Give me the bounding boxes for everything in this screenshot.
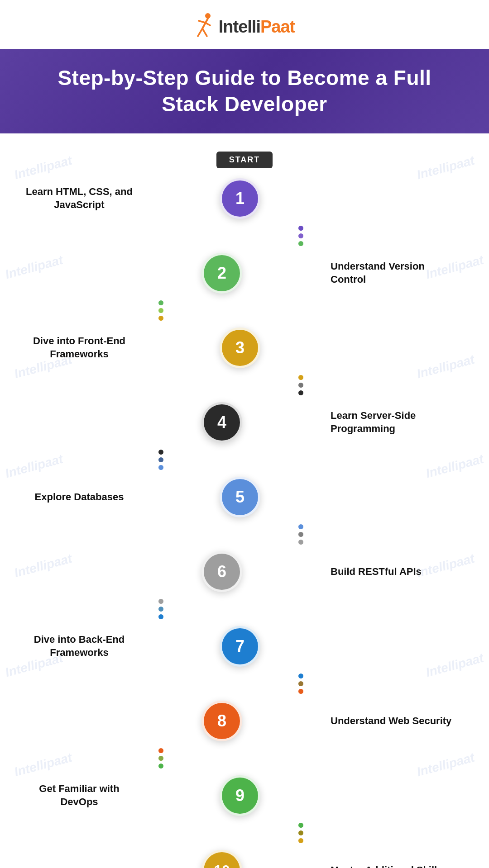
dot bbox=[158, 764, 163, 768]
step-5-circle-area: 5 bbox=[140, 477, 321, 517]
step-row-8: 8 Understand Web Security bbox=[18, 696, 471, 746]
connector-dots-5-6 bbox=[140, 522, 321, 547]
connector-4-5 bbox=[18, 447, 471, 472]
step-5-label-area: Explore Databases bbox=[18, 491, 140, 504]
step-row-7: Dive into Back-End Frameworks 7 bbox=[18, 621, 471, 671]
connector-dots-7-8 bbox=[140, 671, 321, 696]
step-9-label-area: Get Familiar with DevOps bbox=[18, 783, 140, 808]
dot bbox=[298, 681, 303, 686]
dot bbox=[158, 748, 163, 753]
dot bbox=[158, 465, 163, 470]
connector-2-3 bbox=[18, 298, 471, 323]
step-7-label-area: Dive into Back-End Frameworks bbox=[18, 633, 140, 659]
dot bbox=[158, 599, 163, 604]
dot bbox=[158, 450, 163, 455]
connector-6-7 bbox=[18, 597, 471, 621]
step-4-label: Learn Server-Side Programming bbox=[331, 410, 416, 434]
step-6-label: Build RESTful APIs bbox=[331, 566, 422, 577]
step-1-label-area: Learn HTML, CSS, and JavaScript bbox=[18, 185, 140, 211]
step-10-circle-area: 10 bbox=[140, 850, 321, 868]
connector-8-9 bbox=[18, 746, 471, 771]
step-4-circle-area: 4 bbox=[140, 402, 321, 443]
step-1-circle-area: 1 bbox=[140, 178, 321, 219]
dot bbox=[298, 823, 303, 828]
connector-dots-3-4 bbox=[140, 373, 321, 398]
step-2-label-area: Understand Version Control bbox=[321, 260, 471, 286]
logo-figure-icon bbox=[194, 13, 216, 41]
dot bbox=[158, 316, 163, 321]
dot bbox=[298, 241, 303, 246]
step-row-9: Get Familiar with DevOps 9 bbox=[18, 771, 471, 821]
step-3-circle: 3 bbox=[220, 327, 260, 368]
step-4-label-area: Learn Server-Side Programming bbox=[321, 409, 471, 435]
connector-dots-4-5 bbox=[140, 447, 321, 472]
dot bbox=[298, 233, 303, 238]
connector-3-4 bbox=[18, 373, 471, 398]
svg-line-4 bbox=[198, 28, 202, 36]
step-row-3: Dive into Front-End Frameworks 3 bbox=[18, 323, 471, 373]
logo-paat: Paat bbox=[260, 17, 295, 36]
dot bbox=[158, 308, 163, 313]
step-6-circle-area: 6 bbox=[140, 551, 321, 592]
step-9-circle-area: 9 bbox=[140, 775, 321, 816]
step-3-circle-area: 3 bbox=[140, 327, 321, 368]
connector-7-8 bbox=[18, 671, 471, 696]
step-9-label: Get Familiar with DevOps bbox=[39, 783, 119, 807]
step-10-circle: 10 bbox=[201, 850, 242, 868]
step-3-label: Dive into Front-End Frameworks bbox=[33, 335, 125, 360]
logo-text: IntelliPaat bbox=[219, 17, 295, 37]
dot bbox=[158, 607, 163, 612]
step-row-2: 2 Understand Version Control bbox=[18, 248, 471, 298]
step-10-label-area: Master Additional Skills bbox=[321, 864, 471, 868]
dot bbox=[298, 540, 303, 545]
step-2-circle-area: 2 bbox=[140, 253, 321, 294]
step-7-label: Dive into Back-End Frameworks bbox=[34, 634, 125, 658]
step-row-5: Explore Databases 5 bbox=[18, 472, 471, 522]
dot bbox=[298, 532, 303, 537]
banner: Step-by-Step Guide to Become a Full Stac… bbox=[0, 49, 489, 133]
dot bbox=[298, 830, 303, 835]
step-1-label: Learn HTML, CSS, and JavaScript bbox=[26, 186, 133, 210]
step-5-label: Explore Databases bbox=[35, 491, 124, 503]
dot bbox=[158, 614, 163, 619]
connector-dots-6-7 bbox=[140, 597, 321, 621]
dot bbox=[298, 375, 303, 380]
step-1-circle: 1 bbox=[220, 178, 260, 219]
step-8-circle: 8 bbox=[201, 701, 242, 741]
step-8-label: Understand Web Security bbox=[331, 715, 451, 726]
step-row-6: 6 Build RESTful APIs bbox=[18, 547, 471, 597]
step-6-label-area: Build RESTful APIs bbox=[321, 565, 471, 579]
dot bbox=[298, 390, 303, 395]
step-5-circle: 5 bbox=[220, 477, 260, 517]
start-label-area: START bbox=[0, 152, 489, 168]
connector-5-6 bbox=[18, 522, 471, 547]
connector-1-2 bbox=[18, 223, 471, 248]
step-10-label: Master Additional Skills bbox=[331, 864, 442, 868]
step-6-circle: 6 bbox=[201, 551, 242, 592]
step-3-label-area: Dive into Front-End Frameworks bbox=[18, 335, 140, 360]
svg-line-2 bbox=[199, 21, 205, 23]
main-content: Intellipaat Intellipaat Intellipaat Inte… bbox=[0, 133, 489, 868]
step-7-circle-area: 7 bbox=[140, 626, 321, 667]
dot bbox=[298, 383, 303, 388]
step-2-circle: 2 bbox=[201, 253, 242, 294]
step-row-4: 4 Learn Server-Side Programming bbox=[18, 398, 471, 447]
dot bbox=[158, 457, 163, 462]
connector-dots-9-10 bbox=[140, 821, 321, 845]
connector-9-10 bbox=[18, 821, 471, 845]
banner-title: Step-by-Step Guide to Become a Full Stac… bbox=[27, 65, 462, 117]
dot bbox=[298, 674, 303, 678]
steps-container: Learn HTML, CSS, and JavaScript 1 bbox=[0, 174, 489, 868]
connector-dots-2-3 bbox=[140, 298, 321, 323]
step-row-1: Learn HTML, CSS, and JavaScript 1 bbox=[18, 174, 471, 223]
dot bbox=[298, 226, 303, 231]
dot bbox=[158, 756, 163, 761]
step-9-circle: 9 bbox=[220, 775, 260, 816]
connector-dots-8-9 bbox=[140, 746, 321, 771]
start-badge: START bbox=[216, 152, 273, 168]
step-row-10: 10 Master Additional Skills bbox=[18, 845, 471, 868]
dot bbox=[298, 689, 303, 694]
step-8-circle-area: 8 bbox=[140, 701, 321, 741]
step-4-circle: 4 bbox=[201, 402, 242, 443]
dot bbox=[298, 838, 303, 843]
